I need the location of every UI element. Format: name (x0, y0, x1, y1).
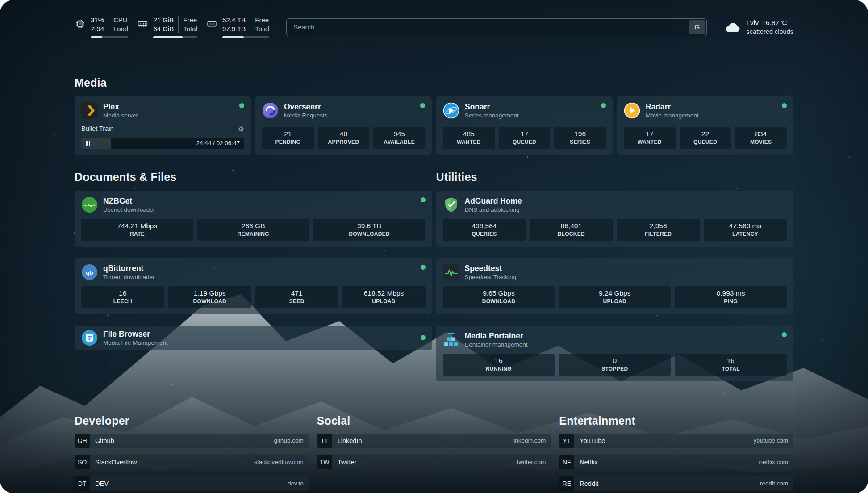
overseerr-icon (262, 102, 279, 119)
svg-text:qb: qb (86, 269, 93, 276)
stat-value: 16 (676, 357, 785, 365)
search-input[interactable] (288, 23, 689, 31)
stat-value: 17 (501, 130, 549, 138)
stat-value: 834 (737, 130, 785, 138)
stat-tile: 834 MOVIES (735, 127, 787, 149)
radarr-icon (624, 102, 640, 119)
service-card-qbittorrent[interactable]: qb qBittorrent Torrent downloader 16 LEE… (75, 258, 432, 314)
bookmark-youtube[interactable]: YT YouTube youtube.com (559, 434, 793, 448)
stat-tile: 471 SEED (255, 286, 338, 308)
service-card-overseerr[interactable]: Overseerr Media Requests 21 PENDING 40 A… (255, 96, 432, 155)
stat-label: SERIES (556, 139, 604, 145)
pause-icon[interactable] (86, 141, 90, 146)
bookmark-twitter[interactable]: TW Twitter twitter.com (317, 455, 551, 469)
bookmark-abbr: DT (75, 476, 90, 491)
bookmark-url: dev.to (288, 480, 304, 487)
playback-bar[interactable]: 24:44 / 02:06:47 (81, 138, 244, 149)
stat-value: 196 (556, 130, 604, 138)
cpu-load-value: 2.94 (91, 25, 108, 33)
service-card-radarr[interactable]: Radarr Movie management 17 WANTED 22 QUE… (617, 96, 793, 155)
stat-value: 744.21 Mbps (83, 222, 192, 230)
bookmark-netflix[interactable]: NF Netflix netflix.com (559, 455, 793, 469)
utilities-section-title: Utilities (436, 171, 794, 184)
now-playing-row: Bullet Train ⚙ (81, 125, 244, 132)
bookmark-github[interactable]: GH Github github.com (75, 434, 309, 448)
memory-widget-body: 21 GiB Free 64 GiB Total (153, 16, 197, 38)
service-description: Media server (103, 112, 138, 119)
stat-label: LEECH (83, 298, 163, 305)
service-text: Overseerr Media Requests (284, 102, 328, 119)
gear-icon[interactable]: ⚙ (238, 125, 244, 132)
stat-tile: 0 STOPPED (559, 354, 671, 376)
service-name: Sonarr (465, 102, 519, 111)
service-text: Media Portainer Container management (465, 331, 528, 348)
bookmark-name: LinkedIn (338, 437, 362, 444)
bookmark-group-developer: Developer GH Github github.com SO StackO… (75, 414, 309, 491)
bookmark-url: github.com (274, 437, 304, 444)
service-name: Overseerr (284, 102, 328, 111)
service-text: Sonarr Series management (465, 102, 519, 119)
service-text: Radarr Movie management (646, 102, 699, 119)
cpu-progress-track (91, 36, 128, 38)
playback-time: 24:44 / 02:06:47 (196, 140, 240, 146)
bookmark-reddit[interactable]: RE Reddit reddit.com (559, 476, 793, 491)
service-description: Series management (465, 112, 519, 119)
developer-bookmark-list: GH Github github.com SO StackOverflow st… (75, 434, 309, 491)
adguard-card-header: AdGuard Home DNS and adblocking (443, 196, 787, 213)
stat-label: WANTED (445, 139, 493, 145)
memory-total-value: 64 GiB (153, 25, 178, 33)
weather-widget: Lviv, 16.87°C scattered clouds (724, 19, 793, 35)
service-card-nzbget[interactable]: nzbget NZBGet Usenet downloader 744.21 M… (75, 191, 432, 246)
stat-value: 16 (83, 289, 163, 297)
middle-columns: Documents & Files nzbget NZBGet Usenet d (75, 171, 793, 381)
section-documents: Documents & Files nzbget NZBGet Usenet d (75, 171, 432, 381)
stat-tile: 485 WANTED (443, 127, 495, 149)
status-dot (421, 265, 426, 270)
stat-value: 471 (257, 289, 337, 297)
speedtest-card-header: Speedtest Speedtest Tracking (443, 264, 787, 280)
cpu-label: CPU (108, 16, 128, 25)
stat-tile: 16 LEECH (81, 286, 164, 308)
portainer-card-header: Media Portainer Container management (443, 331, 787, 348)
bookmark-group-social: Social LI LinkedIn linkedin.com TW Twitt… (317, 414, 551, 491)
weather-text: Lviv, 16.87°C scattered clouds (746, 19, 793, 35)
bookmark-stackoverflow[interactable]: SO StackOverflow stackoverflow.com (75, 455, 309, 469)
social-bookmark-list: LI LinkedIn linkedin.com TW Twitter twit… (317, 434, 551, 469)
bookmark-abbr: LI (317, 434, 332, 448)
documents-section-title: Documents & Files (75, 171, 432, 184)
cloud-icon (724, 21, 741, 33)
disk-progress-fill (222, 36, 244, 38)
stat-tile: 47.569 ms LATENCY (704, 219, 787, 241)
search-bar: G (286, 18, 707, 36)
stat-value: 47.569 ms (705, 222, 785, 230)
service-card-filebrowser[interactable]: File Browser Media File Management (75, 326, 432, 350)
bookmark-url: youtube.com (754, 437, 788, 444)
stat-value: 618.52 Mbps (344, 289, 424, 297)
sonarr-icon (443, 102, 459, 119)
service-card-sonarr[interactable]: Sonarr Series management 485 WANTED 17 Q… (436, 96, 613, 155)
stat-value: 266 GB (199, 222, 308, 230)
service-card-adguard[interactable]: AdGuard Home DNS and adblocking 498,564 … (436, 191, 794, 246)
speedtest-icon (443, 264, 459, 280)
bookmark-dev[interactable]: DT DEV dev.to (75, 476, 309, 491)
stat-tile: 1.19 Gbps DOWNLOAD (168, 286, 251, 308)
service-card-portainer[interactable]: Media Portainer Container management 16 … (436, 326, 794, 381)
stat-tile: 9.65 Gbps DOWNLOAD (443, 286, 555, 308)
stat-tile: 39.6 TB DOWNLOADED (313, 219, 426, 241)
stat-tile: 498,564 QUERIES (443, 219, 526, 241)
search-engine-button[interactable]: G (689, 20, 705, 34)
stat-label: DOWNLOAD (445, 298, 553, 305)
bookmark-linkedin[interactable]: LI LinkedIn linkedin.com (317, 434, 551, 448)
service-stats: 744.21 Mbps RATE 266 GB REMAINING 39.6 T… (81, 219, 426, 241)
service-card-speedtest[interactable]: Speedtest Speedtest Tracking 9.65 Gbps D… (436, 258, 794, 314)
bookmark-name: Netflix (580, 459, 597, 466)
bookmark-abbr: RE (559, 476, 574, 491)
nzbget-card-header: nzbget NZBGet Usenet downloader (81, 196, 426, 213)
service-description: Container management (465, 341, 528, 348)
stat-label: QUEUED (501, 139, 549, 145)
stat-tile: 40 APPROVED (318, 127, 370, 149)
bookmark-group-entertainment: Entertainment YT YouTube youtube.com NF … (559, 414, 793, 491)
stat-label: PENDING (264, 139, 312, 145)
service-card-plex[interactable]: Plex Media server Bullet Train ⚙ 24:44 /… (75, 96, 251, 155)
header-divider (75, 50, 793, 50)
